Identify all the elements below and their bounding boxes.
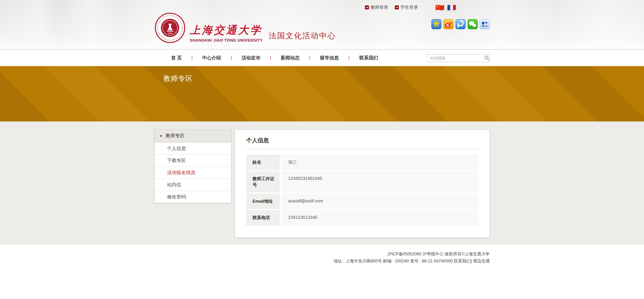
top-links: ➜ 教师登录 ➜ 学生登录	[365, 4, 456, 10]
sidebar-menu: ▼ 教师专区 个人信息 下载专区 活动报名情况 站内信 修改密码	[154, 130, 231, 203]
teacher-login-label: 教师登录	[371, 4, 388, 10]
nav-item-contact[interactable]: 联系我们	[359, 53, 378, 63]
site-search	[427, 54, 490, 62]
sidebar-header-teacher-zone[interactable]: ▼ 教师专区	[155, 130, 231, 142]
france-flag-icon[interactable]	[447, 5, 456, 10]
sidebar-item-activity-registration[interactable]: 活动报名情况	[155, 166, 231, 179]
site-footer: 沪ICP备05052060 沪举报中心 版权所有©上海交通大学 地址 : 上海市…	[0, 245, 644, 299]
sidebar-item-downloads[interactable]: 下载专区	[155, 154, 231, 166]
university-name-en: SHANGHAI JIAO TONG UNIVERSITY	[190, 38, 263, 42]
personal-info-panel: 个人信息 姓名 张三 教师工作证号 12345231452345 Email地址…	[235, 130, 490, 238]
sidebar-item-change-password[interactable]: 修改密码	[155, 191, 231, 203]
search-button[interactable]	[484, 54, 489, 62]
title-divider	[246, 149, 478, 149]
page-banner: 教师专区	[0, 66, 644, 121]
renren-icon[interactable]	[480, 19, 490, 29]
nav-item-news[interactable]: 新闻动态	[281, 53, 300, 63]
table-row: 姓名 张三	[246, 155, 478, 170]
teacher-login-link[interactable]: ➜ 教师登录	[365, 4, 388, 10]
field-label-email: Email地址	[246, 194, 280, 209]
nav-separator	[349, 56, 349, 60]
nav-separator	[310, 56, 310, 60]
qzone-icon[interactable]: z	[431, 19, 441, 29]
table-row: Email地址 asasdf@asdf.com	[246, 194, 478, 209]
svg-text:z: z	[436, 23, 437, 26]
footer-line-icp: 沪ICP备05052060 沪举报中心 版权所有©上海交通大学	[154, 251, 490, 258]
field-label-name: 姓名	[246, 155, 280, 170]
content-area: ▼ 教师专区 个人信息 下载专区 活动报名情况 站内信 修改密码 个人信息 姓名…	[0, 121, 644, 245]
main-navbar: 首 页 中心介绍 活动发布 新闻动态 留学信息 联系我们	[0, 50, 644, 66]
student-login-label: 学生登录	[400, 4, 418, 10]
table-row: 教师工作证号 12345231452345	[246, 171, 478, 193]
nav-item-center-intro[interactable]: 中心介绍	[202, 53, 221, 63]
field-label-work-id: 教师工作证号	[246, 171, 280, 193]
field-label-phone: 联系电话	[246, 210, 280, 226]
nav-separator	[231, 56, 231, 60]
seal-year-text: 1896	[168, 32, 172, 34]
sidebar-item-personal-info[interactable]: 个人信息	[155, 142, 231, 154]
university-name-zh: 上海交通大学	[190, 23, 263, 37]
sidebar-item-site-mail[interactable]: 站内信	[155, 179, 231, 191]
chevron-down-icon: ▼	[159, 134, 163, 138]
site-header: ➜ 教师登录 ➜ 学生登录	[0, 0, 644, 50]
nav-item-activities[interactable]: 活动发布	[241, 53, 260, 63]
arrow-square-icon: ➜	[395, 5, 399, 9]
language-flags	[435, 5, 456, 10]
field-value-work-id: 12345231452345	[281, 171, 478, 193]
nav-item-home[interactable]: 首 页	[171, 53, 182, 63]
logo-block: 1896 上海交通大学 SHANGHAI JIAO TONG UNIVERSIT…	[154, 12, 336, 44]
field-value-email: asasdf@asdf.com	[281, 194, 478, 209]
sidebar-header-label: 教师专区	[166, 133, 184, 139]
search-input[interactable]	[427, 56, 484, 60]
wechat-icon[interactable]	[468, 19, 478, 29]
sjtu-seal-icon: 1896	[154, 12, 186, 44]
nav-item-study-abroad[interactable]: 留学信息	[320, 53, 339, 63]
search-icon	[484, 55, 489, 60]
nav-separator	[270, 56, 271, 60]
arrow-square-icon: ➜	[365, 5, 369, 9]
field-value-name: 张三	[281, 155, 478, 170]
nav-separator	[192, 56, 192, 60]
personal-info-table: 姓名 张三 教师工作证号 12345231452345 Email地址 asas…	[246, 155, 478, 226]
table-row: 联系电话 234123512345	[246, 210, 478, 226]
social-icons-row: z	[431, 19, 490, 29]
university-names: 上海交通大学 SHANGHAI JIAO TONG UNIVERSITY	[190, 23, 263, 44]
footer-line-address: 地址 : 上海市东川路800号 邮编 : 200240 查号 : 86-21-5…	[154, 258, 490, 265]
nav-list: 首 页 中心介绍 活动发布 新闻动态 留学信息 联系我们	[161, 53, 388, 63]
student-login-link[interactable]: ➜ 学生登录	[395, 4, 418, 10]
field-value-phone: 234123512345	[281, 210, 478, 226]
panel-title: 个人信息	[246, 137, 478, 144]
china-flag-icon[interactable]	[435, 5, 444, 10]
tencent-weibo-icon[interactable]	[455, 19, 466, 29]
weibo-icon[interactable]	[443, 19, 453, 29]
page-title: 教师专区	[154, 66, 490, 83]
site-name: 法国文化活动中心	[269, 31, 336, 44]
